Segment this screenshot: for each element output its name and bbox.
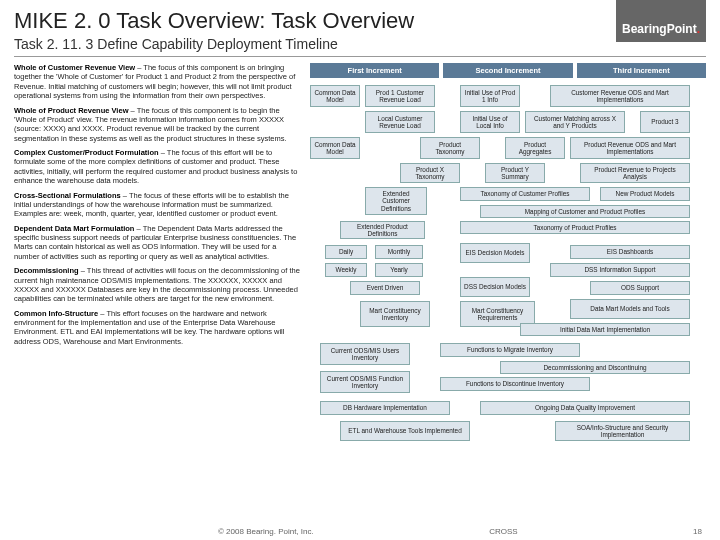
timeline-diagram: First Increment Second Increment Third I… [310,63,706,513]
box: Mapping of Customer and Product Profiles [480,205,690,218]
slide-subtitle: Task 2. 11. 3 Define Capability Deployme… [14,36,706,52]
box: Monthly [375,245,423,259]
box: Product X Taxonomy [400,163,460,183]
box: Taxonomy of Customer Profiles [460,187,590,201]
box: Prod 1 Customer Revenue Load [365,85,435,107]
para-whole-product: Whole of Product Revenue View – The focu… [14,106,302,144]
box: New Product Models [600,187,690,201]
box: Daily [325,245,367,259]
slide-footer: © 2008 Bearing. Point, Inc. CROSS 18 [0,527,720,536]
footer-copyright: © 2008 Bearing. Point, Inc. [218,527,314,536]
box: Common Data Model [310,137,360,159]
box: DSS Decision Models [460,277,530,297]
box: Extended Product Definitions [340,221,425,239]
box: EIS Decision Models [460,243,530,263]
box: Product Y Summary [485,163,545,183]
box: SOA/Info-Structure and Security Implemen… [555,421,690,441]
box: Ongoing Data Quality Improvement [480,401,690,415]
footer-page: 18 [693,527,702,536]
box: Product Revenue ODS and Mart Implementat… [570,137,690,159]
box: Local Customer Revenue Load [365,111,435,133]
para-decommissioning: Decommissioning – This thread of activit… [14,266,302,304]
box: Customer Matching across X and Y Product… [525,111,625,133]
increment-2: Second Increment [443,63,572,78]
brand-logo: BearingPoint. [622,8,700,50]
box: Product Aggregates [505,137,565,159]
increment-1: First Increment [310,63,439,78]
box: Current ODS/MIS Users Inventory [320,343,410,365]
box: Initial Use of Local Info [460,111,520,133]
box: Decommissioning and Discontinuing [500,361,690,374]
box: Initial Data Mart Implementation [520,323,690,336]
box: EIS Dashboards [570,245,690,259]
box: ODS Support [590,281,690,295]
footer-code: CROSS [489,527,517,536]
box: Product 3 [640,111,690,133]
para-whole-customer: Whole of Customer Revenue View – The foc… [14,63,302,101]
box: DSS Information Support [550,263,690,277]
para-common-info: Common Info-Structure – This effort focu… [14,309,302,347]
box: DB Hardware Implementation [320,401,450,415]
para-dependent-mart: Dependent Data Mart Formulation – The De… [14,224,302,262]
box: Data Mart Models and Tools [570,299,690,319]
box: Taxonomy of Product Profiles [460,221,690,234]
box: Common Data Model [310,85,360,107]
increment-3: Third Increment [577,63,706,78]
slide-header: BearingPoint. MIKE 2. 0 Task Overview: T… [14,8,706,57]
slide-title: MIKE 2. 0 Task Overview: Task Overview [14,8,706,34]
box: Yearly [375,263,423,277]
box: Customer Revenue ODS and Mart Implementa… [550,85,690,107]
box: Event Driven [350,281,420,295]
box: Weekly [325,263,367,277]
left-column: Whole of Customer Revenue View – The foc… [14,63,302,513]
para-cross-sectional: Cross-Sectional Formulations – The focus… [14,191,302,219]
box: Extended Customer Definitions [365,187,427,215]
box: ETL and Warehouse Tools Implemented [340,421,470,441]
box: Current ODS/MIS Function Inventory [320,371,410,393]
box: Product Revenue to Projects Analysis [580,163,690,183]
box: Functions to Migrate Inventory [440,343,580,357]
box: Initial Use of Prod 1 Info [460,85,520,107]
box: Product Taxonomy [420,137,480,159]
para-complex: Complex Customer/Product Formulation – T… [14,148,302,186]
box: Functions to Discontinue Inventory [440,377,590,391]
box: Mart Constituency Inventory [360,301,430,327]
